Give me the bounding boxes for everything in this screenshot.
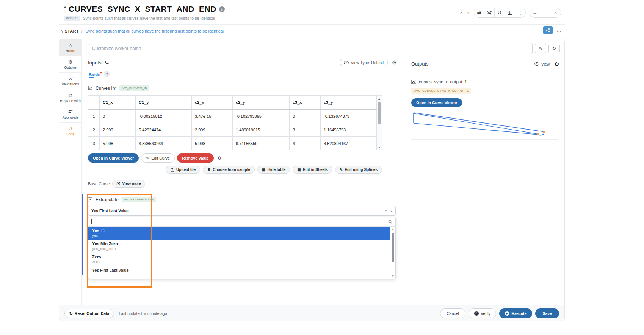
table-cell[interactable]: 0 <box>290 110 321 123</box>
gear-icon[interactable]: ⚙ <box>218 155 222 161</box>
table-cell[interactable]: 6.71156559 <box>233 137 290 150</box>
cancel-button[interactable]: Cancel <box>440 308 465 318</box>
extrapolate-select[interactable]: Yes First Last Value × ▴ <box>88 206 396 216</box>
download-icon[interactable] <box>505 8 515 17</box>
arrow-right-icon[interactable]: → <box>530 8 540 17</box>
output-name: curves_sync_x_output_1 <box>419 80 467 84</box>
upload-file-button[interactable]: Upload file <box>166 166 200 174</box>
table-cell[interactable]: 5.998 <box>100 137 136 150</box>
output-badge: OVC_CURVES_SYNC_X_OUTPUT_1 <box>411 88 471 94</box>
scrollbar-thumb[interactable] <box>378 102 381 124</box>
curves-in-label: Curves In* <box>96 86 117 91</box>
edit-icon[interactable]: ✎ <box>535 44 546 53</box>
share-button[interactable] <box>543 26 553 34</box>
minimize-icon[interactable]: − <box>540 8 550 17</box>
sidebar-item-options[interactable]: ⚙ Options <box>59 56 81 73</box>
refresh-icon[interactable]: ↻ <box>548 44 560 53</box>
search-icon[interactable] <box>105 60 110 65</box>
sidebar-item-home[interactable]: ⌂ Home <box>59 39 81 56</box>
pencil-icon: ✎ <box>146 156 149 160</box>
info-icon[interactable]: i <box>219 6 225 12</box>
table-cell[interactable]: 6.338563266 <box>136 137 192 150</box>
chevron-right-icon[interactable]: › <box>467 9 470 16</box>
breadcrumb-start[interactable]: START <box>64 29 78 33</box>
external-link-icon <box>116 182 120 186</box>
choose-from-sample-button[interactable]: Choose from sample <box>203 166 255 174</box>
table-cell[interactable]: 3 <box>290 123 321 137</box>
eye-icon <box>534 62 539 66</box>
scroll-up-icon[interactable]: ▲ <box>378 96 381 101</box>
verify-button[interactable]: ✓ Verify <box>469 308 496 318</box>
view-type-button[interactable]: View Type: Default <box>340 59 388 66</box>
user-check-icon <box>68 109 73 114</box>
save-button[interactable]: Save <box>535 308 559 318</box>
more-options-icon[interactable]: … <box>556 27 562 33</box>
table-cell[interactable]: 5.998 <box>192 137 233 150</box>
remove-value-button[interactable]: Remove value <box>177 153 214 163</box>
top-toolbar: ‹ › ⇄ ↺ ⋮ → − × <box>459 8 561 18</box>
table-cell[interactable]: 5.42924474 <box>136 123 192 137</box>
table-cell[interactable]: -0.00215812 <box>136 110 192 123</box>
table-cell[interactable]: -0.102793895 <box>233 110 290 123</box>
home-icon: ⌂ <box>69 43 72 48</box>
text-cursor <box>91 219 92 224</box>
home-icon[interactable]: ⌂ <box>60 28 63 34</box>
table-icon: ▦ <box>297 168 301 172</box>
pencil-icon: ✎ <box>340 168 343 172</box>
collapse-icon[interactable]: ▾ <box>88 197 92 202</box>
worker-id-badge: W25071 <box>64 16 80 21</box>
table-cell[interactable]: 6 <box>290 137 321 150</box>
close-icon[interactable]: × <box>550 8 561 17</box>
worker-name-input[interactable] <box>88 43 533 54</box>
chevron-left-icon[interactable]: ‹ <box>459 9 463 16</box>
clear-icon[interactable]: × <box>385 208 387 213</box>
breadcrumb-current[interactable]: Sync points such that all curves have th… <box>85 29 224 33</box>
sidebar-item-validations[interactable]: ✓✓ Validations <box>59 73 81 89</box>
scroll-down-icon[interactable]: ▼ <box>392 273 395 279</box>
sidebar-item-approvals[interactable]: Approvals <box>59 106 81 123</box>
execute-button[interactable]: ▶ Execute <box>499 308 532 318</box>
reset-output-data-button[interactable]: ↻ Reset Output Data <box>64 309 114 318</box>
dropdown-option-yes-min-zero[interactable]: Yes Min Zero yes_min_zero <box>88 240 395 253</box>
hide-table-button[interactable]: ▦ Hide table <box>257 166 290 174</box>
gear-icon: ⚙ <box>68 59 73 64</box>
kebab-icon[interactable]: ⋮ <box>515 8 525 17</box>
tab-basic[interactable]: Basic* <box>89 71 102 77</box>
scrollbar-thumb[interactable] <box>392 233 394 262</box>
table-cell[interactable]: 2.999 <box>192 123 233 137</box>
sidebar-item-logs[interactable]: ↺ Logs <box>59 123 81 139</box>
view-button[interactable]: View <box>534 62 550 66</box>
dropdown-option-yes-first-last-value[interactable]: Yes First Last Value <box>88 266 395 274</box>
gear-icon[interactable]: ⚙ <box>392 60 396 65</box>
open-curve-viewer-button[interactable]: Open in Curve Viewer <box>411 98 462 107</box>
output-chart[interactable] <box>411 110 559 143</box>
table-cell[interactable]: 0 <box>100 110 136 123</box>
table-cell[interactable]: 3.520804167 <box>321 137 377 150</box>
upload-icon <box>170 168 174 172</box>
file-icon <box>207 168 211 172</box>
table-cell[interactable]: 3.47e-15 <box>192 110 233 123</box>
sidebar-item-replace-with[interactable]: ⇄ Replace with <box>59 89 81 106</box>
open-curve-viewer-button[interactable]: Open in Curve Viewer <box>88 153 139 163</box>
table-row: 1 0 -0.00215812 3.47e-15 -0.102793895 0 … <box>88 110 377 123</box>
gear-icon[interactable]: ⚙ <box>554 61 559 67</box>
edit-curve-button[interactable]: ✎ Edit Curve <box>141 153 175 163</box>
scroll-down-icon[interactable]: ▼ <box>378 145 381 150</box>
shuffle-icon[interactable] <box>484 8 495 17</box>
annotation-line <box>82 194 83 275</box>
table-cell[interactable]: -0.132674373 <box>321 110 377 123</box>
scroll-up-icon[interactable]: ▲ <box>392 227 395 232</box>
table-cell[interactable]: 1.16456753 <box>321 123 377 137</box>
view-more-button[interactable]: View more <box>112 180 145 188</box>
dropdown-option-zero[interactable]: Zero zero <box>88 253 395 266</box>
edit-in-sheets-button[interactable]: ▦ Edit in Sheets <box>293 166 332 174</box>
search-icon <box>388 220 392 224</box>
edit-using-splines-button[interactable]: ✎ Edit using Splines <box>335 166 382 174</box>
dropdown-option-yes[interactable]: Yes yes <box>88 227 395 240</box>
caret-up-icon[interactable]: ▴ <box>391 209 392 213</box>
dropdown-search-input[interactable] <box>88 217 395 227</box>
swap-icon[interactable]: ⇄ <box>474 8 484 17</box>
table-cell[interactable]: 2.999 <box>100 123 136 137</box>
table-cell[interactable]: 1.489019015 <box>233 123 290 137</box>
undo-icon[interactable]: ↺ <box>495 8 505 17</box>
